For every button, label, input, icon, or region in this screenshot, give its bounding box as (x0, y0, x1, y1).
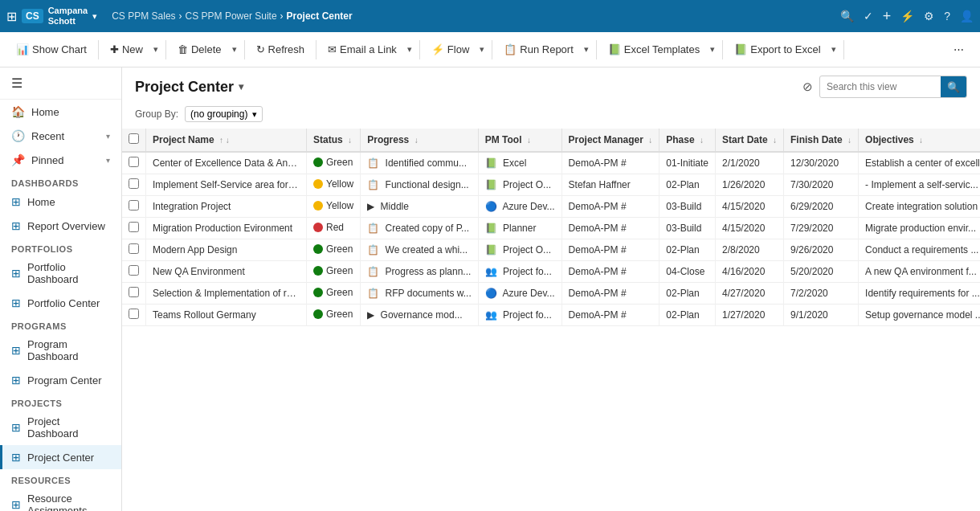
row-name-2[interactable]: Integration Project (146, 196, 307, 218)
sidebar-label-recent: Recent (31, 130, 64, 142)
row-finish-4: 9/26/2020 (784, 239, 859, 261)
row-checkbox-7[interactable] (129, 309, 139, 319)
sidebar-item-report-overview[interactable]: ⊞ Report Overview (0, 214, 121, 238)
pm-tool-sort-icon: ↓ (527, 136, 531, 145)
portfolio-dashboard-icon: ⊞ (11, 267, 21, 280)
title-dropdown-icon[interactable]: ▾ (239, 81, 243, 92)
top-nav-right: 🔍 ✓ + ⚡ ⚙ ? 👤 (840, 8, 974, 25)
grid-icon[interactable]: ⊞ (6, 9, 17, 24)
row-check-7[interactable] (122, 305, 146, 326)
nav-dropdown-icon[interactable]: ▾ (92, 11, 97, 22)
sidebar-item-project-center[interactable]: ⊞ Project Center (0, 445, 121, 469)
select-all-checkbox[interactable] (129, 133, 139, 144)
row-checkbox-5[interactable] (129, 265, 139, 276)
sidebar-item-portfolio-center[interactable]: ⊞ Portfolio Center (0, 291, 121, 315)
col-check[interactable] (122, 129, 146, 152)
email-link-button[interactable]: ✉ Email a Link (321, 40, 403, 59)
flow-dropdown[interactable]: ▾ (477, 43, 487, 56)
col-phase[interactable]: Phase ↓ (659, 129, 716, 152)
row-check-4[interactable] (122, 239, 146, 261)
breadcrumb-item-2[interactable]: CS PPM Power Suite (186, 10, 277, 22)
refresh-button[interactable]: ↻ Refresh (250, 40, 312, 59)
search-input[interactable] (820, 81, 941, 92)
run-report-dropdown[interactable]: ▾ (582, 43, 591, 56)
sidebar-item-pinned[interactable]: 📌 Pinned ▾ (0, 148, 121, 172)
col-start-date[interactable]: Start Date ↓ (715, 129, 783, 152)
sidebar-item-recent[interactable]: 🕐 Recent ▾ (0, 124, 121, 148)
filter-nav-icon[interactable]: ⚡ (900, 10, 914, 22)
sidebar-item-resource-assignments[interactable]: ⊞ Resource Assignments (0, 487, 121, 511)
row-start-6: 4/27/2020 (715, 283, 783, 305)
sidebar-item-home[interactable]: 🏠 Home (0, 100, 121, 124)
row-name-0[interactable]: Center of Excellence Data & Anal... (146, 152, 307, 174)
search-nav-icon[interactable]: 🔍 (840, 10, 854, 22)
row-name-6[interactable]: Selection & Implementation of re... (146, 283, 307, 305)
row-checkbox-0[interactable] (129, 157, 139, 167)
program-center-icon: ⊞ (11, 374, 21, 386)
row-check-2[interactable] (122, 196, 146, 218)
table-row: New QA Environment Green 📋 Progress as p… (122, 261, 980, 283)
col-project-name[interactable]: Project Name ↑ ↓ (146, 129, 307, 152)
row-checkbox-2[interactable] (129, 200, 139, 211)
pm-tool-icon-0: 📗 (485, 157, 497, 169)
checkmark-nav-icon[interactable]: ✓ (864, 10, 873, 22)
search-button[interactable]: 🔍 (941, 76, 966, 97)
pm-tool-text-5: Project fo... (503, 266, 552, 277)
settings-nav-icon[interactable]: ⚙ (924, 10, 934, 22)
breadcrumb-item-1[interactable]: CS PPM Sales (112, 10, 175, 22)
excel-templates-button[interactable]: 📗 Excel Templates (602, 40, 706, 59)
row-checkbox-6[interactable] (129, 287, 139, 297)
row-check-3[interactable] (122, 218, 146, 239)
help-nav-icon[interactable]: ? (944, 10, 950, 22)
new-dropdown[interactable]: ▾ (151, 43, 161, 56)
row-check-1[interactable] (122, 174, 146, 196)
export-dropdown[interactable]: ▾ (829, 43, 839, 56)
row-name-7[interactable]: Teams Rollout Germany (146, 305, 307, 326)
row-status-6: Green (307, 283, 361, 305)
row-checkbox-1[interactable] (129, 178, 139, 189)
row-check-6[interactable] (122, 283, 146, 305)
row-checkbox-4[interactable] (129, 243, 139, 254)
more-button[interactable]: ⋯ (947, 40, 970, 59)
progress-text-0: Identified commu... (386, 157, 467, 169)
col-progress[interactable]: Progress ↓ (361, 129, 479, 152)
sidebar-item-program-center[interactable]: ⊞ Program Center (0, 368, 121, 392)
sidebar-item-project-dashboard[interactable]: ⊞ Project Dashboard (0, 410, 121, 445)
row-name-4[interactable]: Modern App Design (146, 239, 307, 261)
show-chart-button[interactable]: 📊 Show Chart (10, 40, 93, 59)
group-by-value: (no grouping) (190, 108, 247, 120)
phase-sort-icon: ↓ (700, 136, 704, 145)
row-check-5[interactable] (122, 261, 146, 283)
col-objectives[interactable]: Objectives ↓ (859, 129, 980, 152)
export-excel-button[interactable]: 📗 Export to Excel (728, 40, 827, 59)
plus-nav-icon[interactable]: + (883, 8, 892, 25)
row-name-5[interactable]: New QA Environment (146, 261, 307, 283)
toolbar-sep-6 (492, 40, 492, 59)
run-report-button[interactable]: 📋 Run Report (497, 40, 579, 59)
user-nav-icon[interactable]: 👤 (960, 10, 974, 22)
new-button[interactable]: ✚ New (104, 40, 149, 59)
filter-icon[interactable]: ⊘ (802, 80, 813, 94)
row-name-1[interactable]: Implement Self-Service area for c... (146, 174, 307, 196)
col-pm-tool[interactable]: PM Tool ↓ (478, 129, 561, 152)
progress-text-7: Governance mod... (381, 309, 463, 321)
sidebar-item-program-dashboard[interactable]: ⊞ Program Dashboard (0, 333, 121, 368)
sidebar-item-portfolio-dashboard[interactable]: ⊞ Portfolio Dashboard (0, 256, 121, 291)
flow-button[interactable]: ⚡ Flow (425, 40, 476, 59)
row-check-0[interactable] (122, 152, 146, 174)
sidebar: ☰ 🏠 Home 🕐 Recent ▾ 📌 Pinned ▾ Dashboard… (0, 67, 122, 511)
row-progress-2: ▶ Middle (361, 196, 479, 218)
delete-dropdown[interactable]: ▾ (230, 43, 239, 56)
sidebar-item-dashboards-home[interactable]: ⊞ Home (0, 190, 121, 214)
excel-templates-dropdown[interactable]: ▾ (708, 43, 717, 56)
row-status-3: Red (307, 218, 361, 239)
sidebar-hamburger[interactable]: ☰ (0, 67, 121, 100)
email-dropdown[interactable]: ▾ (405, 43, 414, 56)
row-checkbox-3[interactable] (129, 222, 139, 232)
delete-button[interactable]: 🗑 Delete (171, 40, 228, 59)
row-name-3[interactable]: Migration Production Evironment (146, 218, 307, 239)
col-project-manager[interactable]: Project Manager ↓ (561, 129, 659, 152)
col-finish-date[interactable]: Finish Date ↓ (784, 129, 859, 152)
col-status[interactable]: Status ↓ (307, 129, 361, 152)
group-by-select[interactable]: (no grouping) ▾ (185, 106, 263, 122)
